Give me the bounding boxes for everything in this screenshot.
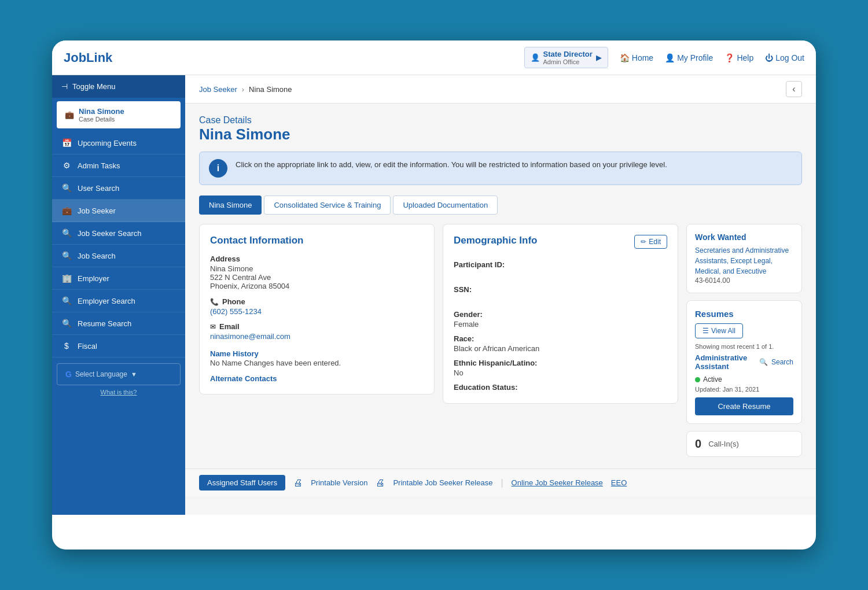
employer-icon: 🏢 — [61, 274, 72, 283]
tab-uploaded-documentation[interactable]: Uploaded Documentation — [393, 196, 498, 215]
contact-card-title: Contact Information — [210, 235, 424, 246]
cards-row: Contact Information Address Nina Simone … — [199, 224, 802, 457]
resume-updated-text: Updated: Jan 31, 2021 — [695, 386, 793, 393]
breadcrumb-current: Nina Simone — [249, 85, 292, 94]
nav-logout[interactable]: ⏻Log Out — [765, 53, 804, 62]
page-content: Case Details Nina Simone i Click on the … — [185, 104, 816, 469]
content-area: Job Seeker › Nina Simone ‹ Case Details … — [185, 75, 816, 515]
showing-text: Showing most recent 1 of 1. — [695, 343, 793, 350]
work-wanted-code: 43-6014.00 — [695, 276, 793, 285]
sidebar-active-case[interactable]: 💼 Nina Simone Case Details — [57, 101, 181, 128]
sidebar-item-fiscal[interactable]: $ Fiscal — [52, 335, 185, 357]
side-panel: Work Wanted Secretaries and Administrati… — [686, 224, 802, 457]
user-name: State Director — [543, 50, 593, 58]
home-icon: 🏠 — [620, 53, 630, 62]
google-translate-widget[interactable]: G Select Language ▼ — [57, 363, 181, 385]
name-history-link[interactable]: Name History — [210, 349, 259, 358]
education-label: Education Status: — [454, 383, 667, 392]
page-title: Nina Simone — [199, 126, 802, 143]
resume-name-link[interactable]: Administrative Assistant — [695, 353, 756, 371]
phone-icon: 📞 — [210, 298, 219, 306]
sidebar-item-job-search[interactable]: 🔍 Job Search — [52, 245, 185, 267]
call-in-label: Call-In(s) — [708, 440, 739, 448]
edit-icon: ✏ — [641, 238, 646, 246]
contact-info-card: Contact Information Address Nina Simone … — [199, 224, 435, 394]
jobseeker-icon: 💼 — [61, 206, 72, 215]
printable-version-link[interactable]: Printable Version — [311, 478, 367, 487]
tab-consolidated-service[interactable]: Consolidated Service & Training — [264, 196, 391, 215]
search-icon: 🔍 — [61, 183, 72, 193]
resumes-box: Resumes ☰ View All Showing most recent 1… — [686, 300, 802, 424]
race-label: Race: — [454, 334, 667, 343]
job-search-icon: 🔍 — [61, 251, 72, 260]
nav-help[interactable]: ❓Help — [724, 53, 753, 62]
breadcrumb: Job Seeker › Nina Simone — [199, 85, 292, 94]
phone-link[interactable]: (602) 555-1234 — [210, 307, 262, 316]
sidebar-item-employer-search[interactable]: 🔍 Employer Search — [52, 290, 185, 312]
list-icon: ☰ — [703, 327, 709, 335]
online-job-seeker-release-link[interactable]: Online Job Seeker Release — [512, 478, 603, 487]
collapse-panel-button[interactable]: ‹ — [786, 81, 802, 97]
gender-label: Gender: — [454, 310, 667, 319]
sidebar-item-user-search[interactable]: 🔍 User Search — [52, 177, 185, 200]
ethnic-value: No — [454, 368, 667, 377]
logout-icon: ⏻ — [765, 53, 773, 62]
info-icon: i — [209, 159, 227, 178]
view-all-resumes-button[interactable]: ☰ View All — [695, 323, 743, 338]
sidebar-item-admin-tasks[interactable]: ⚙ Admin Tasks — [52, 154, 185, 177]
email-label: Email — [219, 322, 240, 331]
main-layout: ⊣ Toggle Menu 💼 Nina Simone Case Details… — [52, 75, 816, 515]
assigned-staff-button[interactable]: Assigned Staff Users — [199, 475, 285, 491]
user-role: Admin Office — [543, 58, 593, 65]
toggle-menu-button[interactable]: ⊣ Toggle Menu — [52, 75, 185, 98]
calendar-icon: 📅 — [61, 138, 72, 148]
user-arrow-icon: ▶ — [596, 53, 602, 62]
page-subtitle: Case Details — [199, 115, 802, 126]
sidebar-item-resume-search[interactable]: 🔍 Resume Search — [52, 312, 185, 335]
nav-my-profile[interactable]: 👤My Profile — [665, 53, 713, 62]
edit-demographic-button[interactable]: ✏ Edit — [634, 235, 667, 249]
resume-search-link[interactable]: Search — [771, 358, 793, 366]
employer-search-icon: 🔍 — [61, 296, 72, 305]
work-wanted-box: Work Wanted Secretaries and Administrati… — [686, 224, 802, 293]
email-icon: ✉ — [210, 323, 216, 331]
sidebar-item-job-seeker[interactable]: 💼 Job Seeker — [52, 200, 185, 222]
breadcrumb-bar: Job Seeker › Nina Simone ‹ — [185, 75, 816, 104]
fiscal-icon: $ — [61, 341, 72, 351]
tab-nina-simone[interactable]: Nina Simone — [199, 196, 262, 215]
address-line2: Phoenix, Arizona 85004 — [210, 282, 424, 290]
app-logo: JobLink — [64, 50, 112, 65]
sidebar-item-upcoming-events[interactable]: 📅 Upcoming Events — [52, 132, 185, 154]
email-link[interactable]: ninasimone@email.com — [210, 332, 290, 341]
gear-icon: ⚙ — [61, 161, 72, 170]
what-is-this-link[interactable]: What is this? — [52, 388, 185, 401]
sidebar-case-name: Nina Simone — [79, 107, 124, 116]
create-resume-button[interactable]: Create Resume — [695, 397, 793, 415]
resume-search-icon: 🔍 — [61, 319, 72, 328]
sidebar-item-job-seeker-search[interactable]: 🔍 Job Seeker Search — [52, 222, 185, 245]
chevron-down-icon: ▼ — [131, 371, 137, 378]
help-icon: ❓ — [724, 53, 734, 62]
nav-home[interactable]: 🏠Home — [620, 53, 653, 62]
jobseeker-search-icon: 🔍 — [61, 228, 72, 238]
resumes-title: Resumes — [695, 309, 793, 319]
sidebar-item-employer[interactable]: 🏢 Employer — [52, 267, 185, 290]
active-status-dot — [695, 377, 700, 382]
address-name: Nina Simone — [210, 264, 424, 273]
demo-header: Demographic Info ✏ Edit — [454, 235, 667, 255]
info-text: Click on the appropriate link to add, vi… — [236, 159, 667, 171]
gender-value: Female — [454, 320, 667, 329]
alternate-contacts-link[interactable]: Alternate Contacts — [210, 374, 277, 383]
info-box: i Click on the appropriate link to add, … — [199, 152, 802, 185]
bottom-bar: Assigned Staff Users 🖨 Printable Version… — [185, 469, 816, 496]
eeo-link[interactable]: EEO — [611, 478, 627, 487]
case-icon: 💼 — [65, 110, 74, 119]
printable-job-seeker-release-link[interactable]: Printable Job Seeker Release — [393, 478, 492, 487]
divider: | — [501, 478, 503, 488]
top-bar: JobLink 👤 State Director Admin Office ▶ … — [52, 40, 816, 75]
sidebar-case-sub: Case Details — [79, 116, 124, 123]
breadcrumb-separator: › — [242, 85, 244, 94]
breadcrumb-parent[interactable]: Job Seeker — [199, 85, 237, 94]
user-info-panel[interactable]: 👤 State Director Admin Office ▶ — [524, 47, 608, 68]
race-value: Black or African American — [454, 344, 667, 353]
